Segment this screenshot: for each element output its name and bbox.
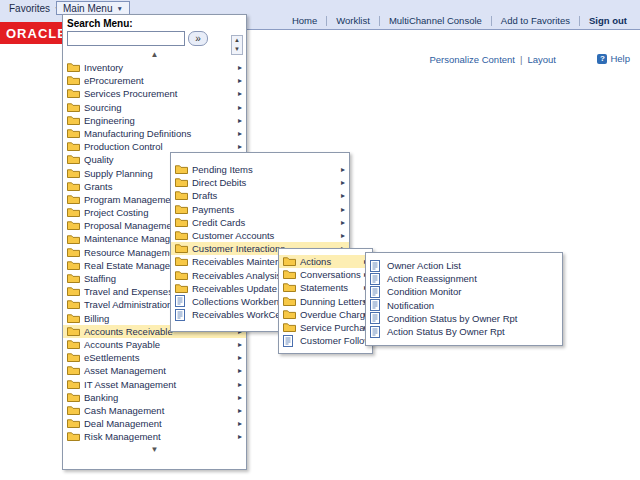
menu-item[interactable]: Risk Management ▸: [63, 430, 246, 443]
menu-item[interactable]: IT Asset Management ▸: [63, 378, 246, 391]
menu-search-button[interactable]: »: [188, 31, 208, 46]
menu-item[interactable]: Notification ▸: [366, 299, 562, 312]
folder-icon: [283, 296, 300, 307]
menu-item-label: Staffing: [84, 272, 116, 285]
menu-item[interactable]: Condition Status by Owner Rpt ▸: [366, 312, 562, 325]
menu-item[interactable]: Payments ▸: [171, 203, 349, 216]
menu-item-label: Drafts: [192, 189, 217, 202]
menu-item-label: Notification: [387, 299, 434, 312]
menu-item-label: Direct Debits: [192, 176, 246, 189]
menu-item[interactable]: Services Procurement ▸: [63, 87, 246, 100]
menu-item-label: Owner Action List: [387, 259, 461, 272]
folder-icon: [67, 194, 84, 205]
menu-item[interactable]: Credit Cards ▸: [171, 216, 349, 229]
document-icon: [370, 326, 387, 338]
folder-icon: [283, 309, 300, 320]
main-menu-button[interactable]: Main Menu ▼: [56, 1, 130, 15]
menu-item-label: Accounts Receivable: [84, 325, 173, 338]
nav-add-to-favorites-link[interactable]: Add to Favorites: [492, 15, 579, 26]
menu-item[interactable]: eProcurement ▸: [63, 74, 246, 87]
menu-item[interactable]: Pending Items ▸: [171, 163, 349, 176]
folder-icon: [67, 128, 84, 139]
menu-item-label: Receivables Update: [192, 282, 277, 295]
submenu-arrow-icon: ▸: [238, 114, 242, 127]
folder-icon: [67, 431, 84, 442]
menu-item-label: Service Purchase: [300, 321, 372, 334]
menu-item[interactable]: Statements ▸: [279, 281, 372, 294]
menu-item[interactable]: Accounts Payable ▸: [63, 338, 246, 351]
menu-item[interactable]: Dunning Letters ▸: [279, 295, 372, 308]
menu-item-label: Manufacturing Definitions: [84, 127, 191, 140]
menu-item[interactable]: Customer Accounts ▸: [171, 229, 349, 242]
document-icon: [370, 286, 387, 298]
scrollbar-down-icon[interactable]: ▼: [232, 45, 242, 54]
folder-icon: [67, 405, 84, 416]
help-link[interactable]: Help: [610, 53, 630, 64]
help-icon: ?: [597, 54, 607, 64]
menu-item[interactable]: Owner Action List ▸: [366, 259, 562, 272]
menu-item-label: Pending Items: [192, 163, 253, 176]
help-area: ? Help: [597, 53, 630, 64]
submenu-arrow-icon: ▸: [341, 176, 345, 189]
menu-item[interactable]: Sourcing ▸: [63, 101, 246, 114]
menu-item[interactable]: Action Status By Owner Rpt ▸: [366, 325, 562, 338]
menu-item[interactable]: Engineering ▸: [63, 114, 246, 127]
folder-icon: [67, 154, 84, 165]
menu-item[interactable]: Cash Management ▸: [63, 404, 246, 417]
document-icon: [370, 312, 387, 324]
submenu-arrow-icon: ▸: [341, 229, 345, 242]
scrollbar-up-icon[interactable]: ▲: [232, 36, 242, 45]
menu-item[interactable]: Actions ▸: [279, 255, 372, 268]
folder-icon: [67, 418, 84, 429]
submenu-arrow-icon: ▸: [238, 417, 242, 430]
menu-item-label: Cash Management: [84, 404, 164, 417]
utility-nav: Home Worklist MultiChannel Console Add t…: [283, 15, 636, 26]
menu-search-input[interactable]: [67, 31, 185, 46]
folder-icon: [175, 270, 192, 281]
submenu-arrow-icon: ▸: [238, 404, 242, 417]
menu-item-label: Proposal Management: [84, 219, 180, 232]
menu-item-label: Deal Management: [84, 417, 162, 430]
nav-home-link[interactable]: Home: [283, 15, 326, 26]
nav-multichannel-console-link[interactable]: MultiChannel Console: [380, 15, 491, 26]
folder-icon: [67, 247, 84, 258]
menu-item[interactable]: Banking ▸: [63, 391, 246, 404]
chevron-down-icon: ▼: [116, 5, 122, 12]
document-icon: [370, 273, 387, 285]
submenu-arrow-icon: ▸: [341, 203, 345, 216]
menu-item[interactable]: Service Purchase ▸: [279, 321, 372, 334]
menu-item[interactable]: Action Reassignment ▸: [366, 272, 562, 285]
menu-scroll-up-arrow[interactable]: ▲: [63, 48, 246, 61]
personalize-content-link[interactable]: Personalize Content: [429, 54, 515, 65]
layout-link[interactable]: Layout: [527, 54, 556, 65]
folder-icon: [175, 243, 192, 254]
menu-item[interactable]: eSettlements ▸: [63, 351, 246, 364]
menu-item[interactable]: Conversations ▸: [279, 268, 372, 281]
folder-icon: [67, 286, 84, 297]
menu-item[interactable]: Direct Debits ▸: [171, 176, 349, 189]
menu-item[interactable]: Overdue Charges ▸: [279, 308, 372, 321]
menu-item[interactable]: Deal Management ▸: [63, 417, 246, 430]
menu-item[interactable]: Manufacturing Definitions ▸: [63, 127, 246, 140]
sign-out-link[interactable]: Sign out: [580, 15, 636, 26]
menu-item[interactable]: Condition Monitor ▸: [366, 285, 562, 298]
main-menu-label: Main Menu: [63, 3, 112, 14]
folder-icon: [67, 352, 84, 363]
menu-item-label: Resource Management: [84, 246, 183, 259]
menu-item-label: Overdue Charges: [300, 308, 372, 321]
menu-item[interactable]: Drafts ▸: [171, 189, 349, 202]
folder-icon: [67, 102, 84, 113]
menu-item-label: Accounts Payable: [84, 338, 160, 351]
folder-icon: [67, 365, 84, 376]
menu-item-label: Services Procurement: [84, 87, 177, 100]
folder-icon: [67, 62, 84, 73]
folder-icon: [175, 204, 192, 215]
menu-scroll-down-arrow[interactable]: ▼: [63, 443, 246, 456]
menu-item-label: Condition Monitor: [387, 285, 461, 298]
menu-item[interactable]: Asset Management ▸: [63, 364, 246, 377]
menu-item[interactable]: Inventory ▸: [63, 61, 246, 74]
menu-item-label: Travel Administration: [84, 298, 172, 311]
menu-item-label: IT Asset Management: [84, 378, 176, 391]
nav-worklist-link[interactable]: Worklist: [327, 15, 379, 26]
menu-item[interactable]: Customer Follow-Up Letters ▸: [279, 334, 372, 347]
